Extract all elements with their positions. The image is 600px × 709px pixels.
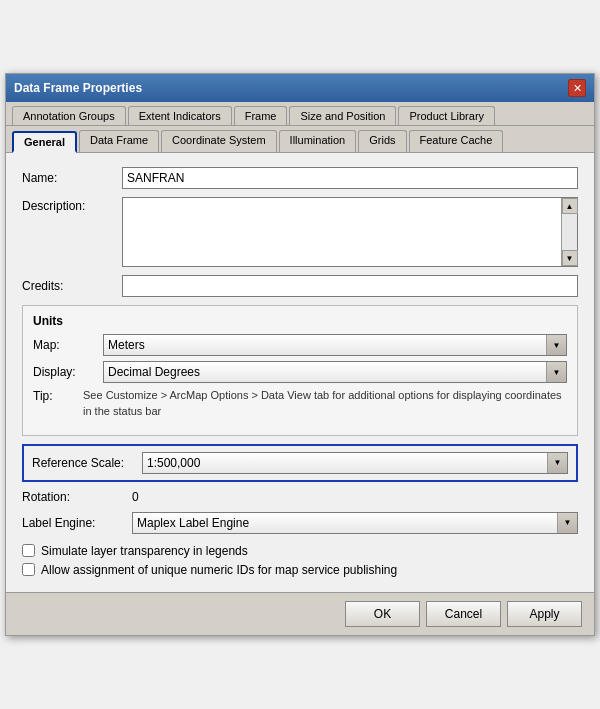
rotation-row: Rotation: 0 bbox=[22, 490, 578, 504]
display-units-label: Display: bbox=[33, 365, 103, 379]
name-row: Name: bbox=[22, 167, 578, 189]
units-title: Units bbox=[33, 314, 567, 328]
simulate-transparency-checkbox[interactable] bbox=[22, 544, 35, 557]
credits-input[interactable] bbox=[122, 275, 578, 297]
map-units-row: Map: Meters ▼ bbox=[33, 334, 567, 356]
tip-row: Tip: See Customize > ArcMap Options > Da… bbox=[33, 388, 567, 419]
description-row: Description: ▲ ▼ bbox=[22, 197, 578, 267]
dialog-footer: OK Cancel Apply bbox=[6, 592, 594, 635]
display-units-select[interactable]: Decimal Degrees bbox=[103, 361, 567, 383]
units-group: Units Map: Meters ▼ Display: Decimal Deg… bbox=[22, 305, 578, 436]
close-button[interactable]: ✕ bbox=[568, 79, 586, 97]
rotation-value: 0 bbox=[132, 490, 139, 504]
display-units-row: Display: Decimal Degrees ▼ bbox=[33, 361, 567, 383]
tab-extent-indicators[interactable]: Extent Indicators bbox=[128, 106, 232, 125]
map-units-select-wrapper: Meters ▼ bbox=[103, 334, 567, 356]
apply-button[interactable]: Apply bbox=[507, 601, 582, 627]
reference-scale-label: Reference Scale: bbox=[32, 456, 142, 470]
dialog-content: Name: Description: ▲ ▼ Credits: bbox=[6, 153, 594, 592]
tab-data-frame[interactable]: Data Frame bbox=[79, 130, 159, 152]
tab-product-library[interactable]: Product Library bbox=[398, 106, 495, 125]
scroll-down-button[interactable]: ▼ bbox=[562, 250, 578, 266]
label-engine-label: Label Engine: bbox=[22, 516, 132, 530]
name-label: Name: bbox=[22, 171, 122, 185]
tab-frame[interactable]: Frame bbox=[234, 106, 288, 125]
simulate-transparency-label: Simulate layer transparency in legends bbox=[41, 544, 248, 558]
rotation-label: Rotation: bbox=[22, 490, 132, 504]
label-engine-select-wrapper: Maplex Label Engine ▼ bbox=[132, 512, 578, 534]
allow-assignment-checkbox[interactable] bbox=[22, 563, 35, 576]
tab-size-and-position[interactable]: Size and Position bbox=[289, 106, 396, 125]
description-label: Description: bbox=[22, 197, 122, 267]
ok-button[interactable]: OK bbox=[345, 601, 420, 627]
reference-scale-select[interactable]: 1:500,000 bbox=[142, 452, 568, 474]
dialog-title: Data Frame Properties bbox=[14, 81, 142, 95]
tab-coordinate-system[interactable]: Coordinate System bbox=[161, 130, 277, 152]
tab-grids[interactable]: Grids bbox=[358, 130, 406, 152]
credits-row: Credits: bbox=[22, 275, 578, 297]
description-input[interactable] bbox=[123, 198, 561, 266]
tabs-row2: General Data Frame Coordinate System Ill… bbox=[6, 126, 594, 153]
scroll-up-button[interactable]: ▲ bbox=[562, 198, 578, 214]
tab-annotation-groups[interactable]: Annotation Groups bbox=[12, 106, 126, 125]
reference-scale-select-wrapper: 1:500,000 ▼ bbox=[142, 452, 568, 474]
label-engine-select[interactable]: Maplex Label Engine bbox=[132, 512, 578, 534]
allow-assignment-label: Allow assignment of unique numeric IDs f… bbox=[41, 563, 397, 577]
simulate-transparency-row: Simulate layer transparency in legends bbox=[22, 544, 578, 558]
data-frame-properties-dialog: Data Frame Properties ✕ Annotation Group… bbox=[5, 73, 595, 636]
cancel-button[interactable]: Cancel bbox=[426, 601, 501, 627]
map-units-label: Map: bbox=[33, 338, 103, 352]
display-units-select-wrapper: Decimal Degrees ▼ bbox=[103, 361, 567, 383]
tab-illumination[interactable]: Illumination bbox=[279, 130, 357, 152]
description-box: ▲ ▼ bbox=[122, 197, 578, 267]
reference-scale-group: Reference Scale: 1:500,000 ▼ bbox=[22, 444, 578, 482]
allow-assignment-row: Allow assignment of unique numeric IDs f… bbox=[22, 563, 578, 577]
description-scrollbar: ▲ ▼ bbox=[561, 198, 577, 266]
tabs-row1: Annotation Groups Extent Indicators Fram… bbox=[6, 102, 594, 126]
credits-label: Credits: bbox=[22, 279, 122, 293]
name-input[interactable] bbox=[122, 167, 578, 189]
tab-feature-cache[interactable]: Feature Cache bbox=[409, 130, 504, 152]
tip-label: Tip: bbox=[33, 388, 83, 419]
tab-general[interactable]: General bbox=[12, 131, 77, 153]
scroll-track bbox=[562, 214, 577, 250]
title-bar: Data Frame Properties ✕ bbox=[6, 74, 594, 102]
tip-text: See Customize > ArcMap Options > Data Vi… bbox=[83, 388, 567, 419]
map-units-select[interactable]: Meters bbox=[103, 334, 567, 356]
label-engine-row: Label Engine: Maplex Label Engine ▼ bbox=[22, 512, 578, 534]
